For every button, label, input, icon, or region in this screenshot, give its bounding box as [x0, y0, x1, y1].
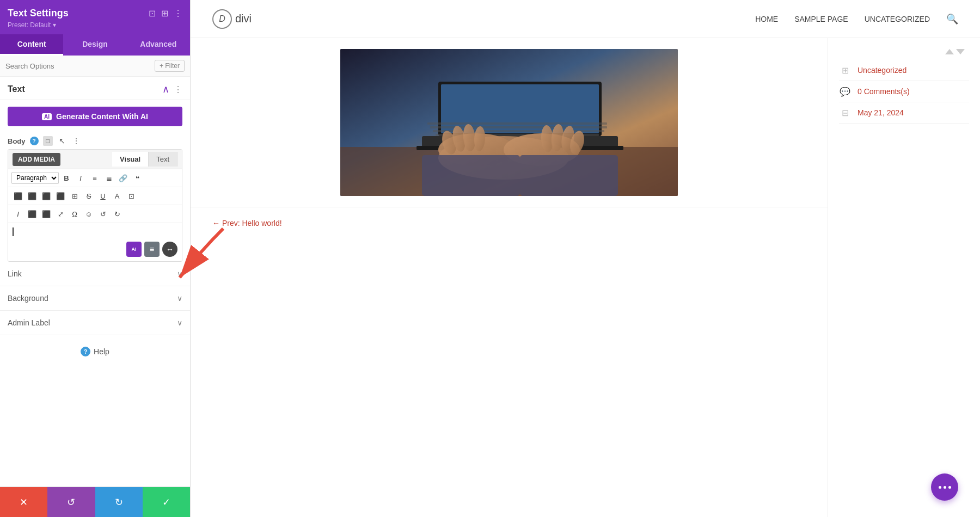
background-section-title: Background [8, 294, 48, 303]
redo2-btn[interactable]: ↻ [111, 207, 124, 220]
body-cursor-icon[interactable]: ↖ [57, 136, 67, 146]
body-copy-icon[interactable]: □ [43, 136, 53, 146]
tab-design[interactable]: Design [63, 34, 126, 56]
align-justify-btn[interactable]: ⬛ [54, 189, 67, 202]
comments-text: 0 Comments(s) [857, 87, 910, 96]
emoji-btn[interactable]: ☺ [82, 207, 95, 220]
ul-btn[interactable]: ≡ [88, 171, 101, 184]
bottom-bar: ✕ ↺ ↻ ✓ [0, 487, 190, 517]
nav-home[interactable]: HOME [755, 15, 778, 23]
panel-body: Text ∧ ⋮ AI Generate Content With AI Bod… [0, 77, 190, 487]
editor-container: ADD MEDIA Visual Text Paragraph B I ≡ ≣ … [8, 149, 182, 262]
text-color-btn[interactable]: A [111, 189, 124, 202]
arrow-down[interactable] [956, 49, 965, 54]
body-controls: Body ? □ ↖ ⋮ [0, 133, 190, 149]
ai-button-label: Generate Content With AI [56, 112, 148, 121]
logo-d: D [219, 14, 225, 24]
filter-button[interactable]: + Filter [155, 60, 185, 72]
paste-btn[interactable]: ⊡ [125, 189, 138, 202]
save-button[interactable]: ✓ [143, 487, 190, 517]
ol-btn[interactable]: ≣ [102, 171, 115, 184]
strikethrough-btn[interactable]: S [82, 189, 95, 202]
search-input[interactable] [5, 62, 155, 70]
special-chars-btn[interactable]: Ω [68, 207, 81, 220]
editor-tab-text[interactable]: Text [149, 152, 177, 167]
meta-date: ⊟ May 21, 2024 [839, 102, 969, 124]
filter-label: + Filter [160, 62, 180, 70]
bold-btn[interactable]: B [60, 171, 73, 184]
arrow-up[interactable] [945, 49, 954, 54]
divi-logo: D divi [212, 9, 252, 29]
layout-icon[interactable]: ⊞ [161, 8, 168, 19]
panel-header: Text Settings ⊡ ⊞ ⋮ Preset: Default ▾ [0, 0, 190, 34]
tab-content[interactable]: Content [0, 34, 63, 56]
outdent-btn[interactable]: ⬛ [40, 207, 53, 220]
nav-links: HOME SAMPLE PAGE UNCATEGORIZED 🔍 [755, 13, 958, 25]
body-dots-icon[interactable]: ⋮ [71, 136, 81, 146]
admin-label-chevron: ∨ [177, 318, 182, 327]
section-toggle[interactable]: ∧ [162, 83, 169, 95]
editor-tab-visual[interactable]: Visual [112, 152, 149, 167]
admin-label-section-title: Admin Label [8, 318, 50, 327]
left-panel: Text Settings ⊡ ⊞ ⋮ Preset: Default ▾ Co… [0, 0, 191, 517]
toolbar-row-3: I ⬛ ⬛ ⤢ Ω ☺ ↺ ↻ [8, 205, 182, 223]
admin-label-section-header[interactable]: Admin Label ∨ [0, 311, 190, 335]
quote-btn[interactable]: ❝ [131, 171, 144, 184]
panel-title: Text Settings [8, 8, 69, 19]
link-chevron: ∨ [177, 269, 182, 278]
editor-arrow-btn[interactable]: ↔ [162, 242, 177, 257]
nav-uncategorized[interactable]: UNCATEGORIZED [865, 15, 930, 23]
undo2-btn[interactable]: ↺ [96, 207, 109, 220]
prev-link[interactable]: ← Prev: Hello world! [212, 219, 282, 227]
link-btn[interactable]: 🔗 [117, 171, 130, 184]
nav-search-icon[interactable]: 🔍 [946, 13, 958, 25]
background-section-header[interactable]: Background ∨ [0, 286, 190, 310]
content-sidebar: ⊞ Uncategorized 💬 0 Comments(s) ⊟ May 21… [828, 38, 980, 517]
help-circle-icon: ? [81, 347, 90, 356]
floating-purple-button[interactable] [931, 473, 958, 501]
fullscreen-btn[interactable]: ⤢ [54, 207, 67, 220]
meta-category: ⊞ Uncategorized [839, 60, 969, 81]
italic2-btn[interactable]: I [11, 207, 24, 220]
background-section: Background ∨ [0, 286, 190, 311]
align-center-btn[interactable]: ⬛ [26, 189, 39, 202]
more-icon[interactable]: ⋮ [174, 8, 182, 19]
link-section-title: Link [8, 269, 22, 278]
paragraph-select[interactable]: Paragraph [11, 172, 59, 184]
tab-advanced[interactable]: Advanced [127, 34, 190, 56]
date-icon: ⊟ [839, 107, 851, 119]
content-body: ← Prev: Hello world! [191, 38, 828, 517]
category-icon: ⊞ [839, 64, 851, 76]
toolbar-row-2: ⬛ ⬛ ⬛ ⬛ ⊞ S U A ⊡ [8, 187, 182, 205]
align-left-btn[interactable]: ⬛ [11, 189, 24, 202]
help-link[interactable]: ? Help [81, 347, 109, 356]
svg-rect-23 [422, 155, 520, 196]
section-more[interactable]: ⋮ [174, 84, 182, 95]
underline-btn[interactable]: U [96, 189, 109, 202]
editor-ai-btn[interactable]: AI [126, 242, 142, 257]
indent-btn[interactable]: ⬛ [26, 207, 39, 220]
meta-arrows [839, 49, 969, 54]
floating-dots [939, 486, 951, 489]
screenshot-icon[interactable]: ⊡ [149, 8, 156, 19]
svg-rect-8 [427, 122, 607, 125]
ai-generate-button[interactable]: AI Generate Content With AI [8, 107, 182, 126]
italic-btn[interactable]: I [74, 171, 87, 184]
redo-button[interactable]: ↻ [95, 487, 143, 517]
dot-3 [948, 486, 951, 489]
nav-sample-page[interactable]: SAMPLE PAGE [794, 15, 848, 23]
align-right-btn[interactable]: ⬛ [40, 189, 53, 202]
dot-2 [944, 486, 946, 489]
cancel-button[interactable]: ✕ [0, 487, 47, 517]
link-section: Link ∨ [0, 262, 190, 286]
category-text: Uncategorized [857, 66, 906, 75]
panel-preset[interactable]: Preset: Default ▾ [8, 21, 182, 29]
add-media-button[interactable]: ADD MEDIA [13, 153, 60, 166]
body-label: Body [8, 137, 26, 145]
undo-button[interactable]: ↺ [47, 487, 95, 517]
editor-lines-btn[interactable]: ≡ [144, 242, 160, 257]
editor-content-area[interactable]: AI ≡ ↔ [8, 223, 182, 261]
table-btn[interactable]: ⊞ [68, 189, 81, 202]
body-help-icon[interactable]: ? [30, 137, 39, 145]
link-section-header[interactable]: Link ∨ [0, 262, 190, 286]
